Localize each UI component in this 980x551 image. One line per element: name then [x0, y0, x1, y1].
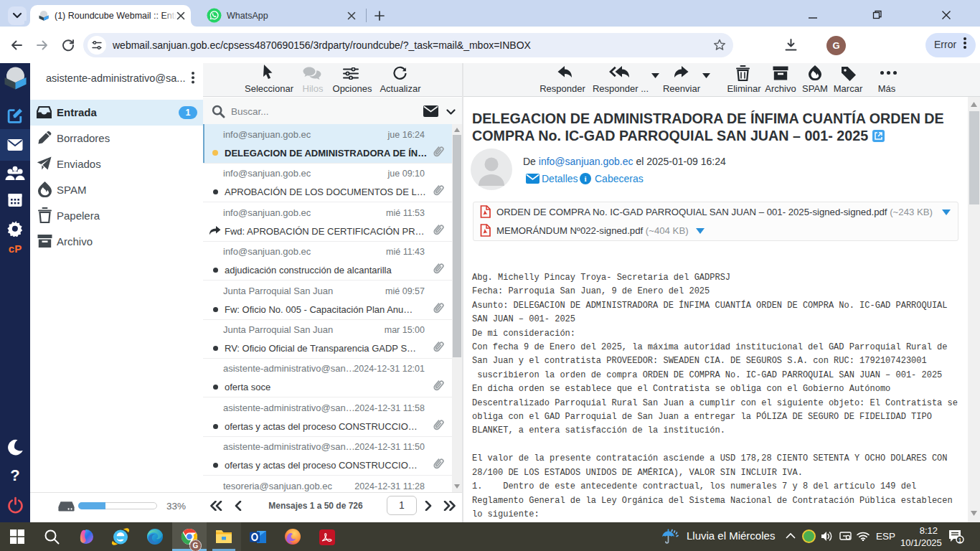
svg-text:1: 1	[958, 537, 961, 544]
